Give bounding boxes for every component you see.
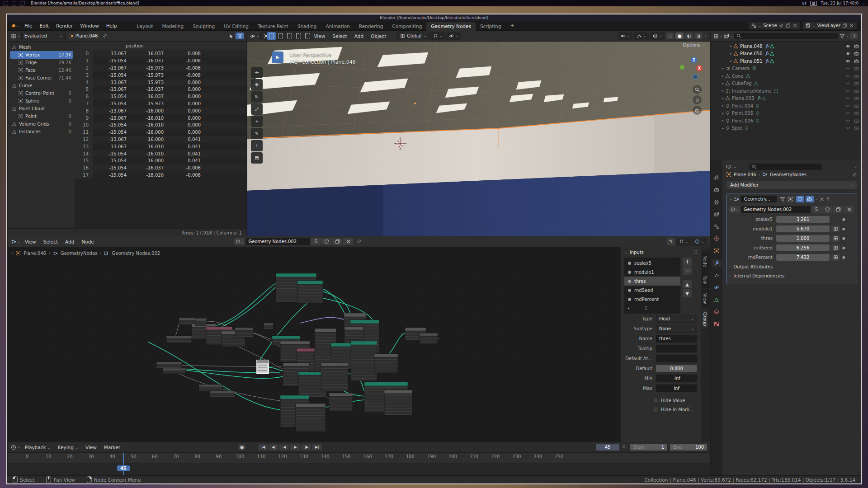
pin-icon[interactable]: [852, 172, 857, 177]
properties-editor-icon[interactable]: [726, 164, 731, 169]
table-row[interactable]: 15-15.054-16.0000.041: [75, 157, 246, 164]
pin-icon[interactable]: [779, 23, 784, 28]
outliner-editor-icon[interactable]: [713, 33, 719, 39]
drag-handle[interactable]: ⠿: [826, 197, 829, 202]
scalex5-value-slider[interactable]: 3.261: [776, 216, 830, 223]
outliner-item-plane.048[interactable]: ▸Plane.048: [711, 42, 861, 50]
outliner-item-point.005[interactable]: ▸Point.005: [711, 110, 861, 117]
spreadsheet-editor-icon[interactable]: [11, 33, 16, 39]
browse-node-group-button[interactable]: ⌄: [234, 238, 245, 245]
outliner-item-point.004[interactable]: ▸Point.004: [711, 102, 861, 110]
shading-solid-button[interactable]: ●: [675, 33, 684, 39]
domain-row-spline[interactable]: Spline0: [10, 97, 73, 105]
menu-node[interactable]: Node: [78, 238, 97, 245]
domain-row-instances[interactable]: Instances0: [10, 128, 73, 136]
type-dropdown[interactable]: Float⌄: [656, 315, 697, 323]
tool-scale[interactable]: ⤢: [251, 103, 263, 115]
zoom-button[interactable]: [693, 85, 702, 94]
keying-set-icon[interactable]: [622, 445, 627, 450]
tool-rotate[interactable]: ↻: [251, 91, 263, 103]
table-row[interactable]: 10-15.054-16.0100.000: [75, 122, 246, 129]
properties-tab-wrench[interactable]: [712, 259, 722, 267]
chevron-down-icon[interactable]: ⌄: [862, 1, 865, 5]
sidebar-tab-node[interactable]: Node: [702, 252, 709, 271]
select-mode-subtract[interactable]: [285, 32, 294, 40]
close-icon[interactable]: [849, 23, 854, 28]
max-input[interactable]: inf: [656, 385, 697, 392]
move-input-down-button[interactable]: ▼: [683, 289, 692, 297]
menu-playback[interactable]: Playback ⌄: [21, 444, 54, 451]
table-row[interactable]: 14-15.054-16.0100.041: [75, 150, 246, 157]
default-attribute-input[interactable]: [656, 355, 697, 362]
node-graph[interactable]: [13, 260, 618, 441]
inputs-panel-title[interactable]: Inputs: [630, 250, 644, 255]
window-titlebar[interactable]: Blender [/home/amalie/Desktop/blender/of…: [7, 14, 861, 21]
table-row[interactable]: 16-15.054-16.037-0.008: [75, 164, 246, 172]
workspace-tab-shading[interactable]: Shading: [293, 22, 321, 31]
new-copy-button[interactable]: [332, 238, 342, 245]
fake-user-button[interactable]: [321, 238, 331, 245]
tool-measure[interactable]: ⟟: [251, 140, 263, 151]
tool-transform[interactable]: ⌖: [251, 116, 263, 127]
modifier-name-field[interactable]: Geometry...: [741, 196, 777, 202]
play-button[interactable]: ▶: [290, 444, 300, 450]
sidebar-tab-group[interactable]: Group: [702, 309, 709, 329]
timeline-editor-icon[interactable]: [11, 445, 16, 450]
gizmos-dropdown[interactable]: ⌄: [634, 32, 649, 40]
input-attribute-toggle[interactable]: [831, 225, 840, 232]
domain-row-point-cloud[interactable]: Point Cloud: [10, 105, 73, 113]
workspace-tab-texture-paint[interactable]: Texture Paint: [253, 22, 293, 31]
menu-help[interactable]: Help: [103, 22, 121, 29]
tooltip-input[interactable]: [656, 345, 697, 352]
internal-dependencies-section[interactable]: ›Internal Dependencies: [729, 271, 854, 280]
snap-toggle[interactable]: ⌄: [430, 32, 445, 40]
menu-select[interactable]: Select: [40, 238, 61, 245]
menu-view[interactable]: View: [310, 33, 329, 40]
group-input-modulo1[interactable]: modulo1: [624, 267, 680, 277]
tool-add-cube[interactable]: ⬒: [251, 152, 263, 164]
properties-tab-checker[interactable]: [712, 320, 722, 328]
viewport-canvas[interactable]: User Perspective (45) Collection | Plane…: [247, 42, 710, 236]
dataset-selector[interactable]: Evaluated⌄: [21, 32, 66, 40]
menu-view[interactable]: View: [82, 444, 100, 451]
close-icon[interactable]: [793, 23, 797, 28]
table-row[interactable]: 13-13.067-16.0100.041: [75, 143, 246, 150]
select-mode-invert[interactable]: [294, 32, 303, 40]
outliner-item-camera[interactable]: ▸Camera: [711, 65, 861, 73]
workspace-tab-animation[interactable]: Animation: [321, 22, 354, 31]
menu-render[interactable]: Render: [52, 22, 76, 29]
sidebar-tab-tool[interactable]: Tool: [702, 272, 709, 288]
system-tray-icon[interactable]: [12, 1, 16, 5]
menu-select[interactable]: Select: [329, 33, 350, 40]
visibility-dropdown[interactable]: ⌄: [618, 32, 632, 40]
orientation-selector[interactable]: Global⌄: [397, 32, 429, 40]
workspace-tab-compositing[interactable]: Compositing: [388, 22, 427, 31]
start-frame-field[interactable]: Start1: [630, 444, 667, 450]
play-reverse-button[interactable]: ◀: [279, 444, 289, 450]
next-keyframe-button[interactable]: ∣▶: [301, 444, 311, 450]
domain-row-face[interactable]: Face12.4K: [10, 66, 73, 74]
node-group-name-field[interactable]: Geometry Nodes.002: [741, 206, 811, 213]
outliner-item-irradiancevolume[interactable]: ▸IrradianceVolume: [711, 87, 861, 95]
table-row[interactable]: 0-13.067-16.037-0.008: [75, 50, 246, 57]
axis-y-ball[interactable]: [680, 65, 684, 70]
properties-tab-tool[interactable]: [712, 174, 722, 182]
table-row[interactable]: 9-13.067-16.0100.000: [75, 114, 246, 122]
tray-indicator[interactable]: ▦: [810, 1, 817, 6]
overlay-dropdown[interactable]: ⌄: [692, 238, 707, 246]
display-realtime-toggle[interactable]: [796, 196, 804, 202]
pin-icon[interactable]: [102, 33, 107, 38]
select-mode-intersect[interactable]: [303, 32, 312, 40]
collapse-chevron[interactable]: ⌄: [624, 250, 627, 254]
domain-row-point[interactable]: Point0: [10, 113, 73, 120]
parent-node-tree-button[interactable]: ↰: [667, 238, 675, 245]
min-input[interactable]: -inf: [656, 375, 697, 382]
filter-icon[interactable]: [840, 33, 845, 39]
domain-row-volume-grids[interactable]: Volume Grids0: [10, 120, 73, 128]
filter-toggle-button[interactable]: [236, 33, 244, 39]
properties-tab-objsq[interactable]: [712, 247, 722, 255]
system-tray-icon[interactable]: [20, 1, 24, 5]
browse-node-group-button[interactable]: ⌄: [729, 206, 740, 213]
output-attributes-section[interactable]: ›Output Attributes: [729, 262, 854, 271]
group-input-rndPercent[interactable]: rndPercent: [624, 295, 680, 304]
